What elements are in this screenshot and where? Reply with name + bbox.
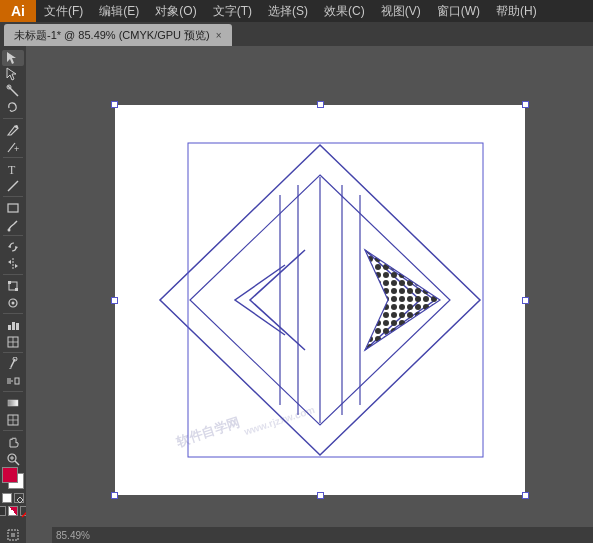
magic-wand-tool[interactable] <box>2 83 24 99</box>
left-toolbar: + T <box>0 46 26 543</box>
status-bar: 85.49% <box>52 527 593 543</box>
selection-tool[interactable] <box>2 50 24 66</box>
svg-marker-51 <box>365 250 440 350</box>
svg-line-7 <box>8 181 18 191</box>
color-box <box>2 467 24 516</box>
svg-rect-27 <box>7 378 11 384</box>
hand-tool[interactable] <box>2 434 24 450</box>
tab-bar: 未标题-1* @ 85.49% (CMYK/GPU 预览) × <box>0 22 593 46</box>
free-transform-tool[interactable] <box>2 278 24 294</box>
color-mode[interactable] <box>0 506 6 516</box>
handle-mid-left[interactable] <box>111 297 118 304</box>
menu-help[interactable]: 帮助(H) <box>488 0 545 22</box>
svg-point-17 <box>12 301 15 304</box>
swap-colors[interactable] <box>14 493 24 503</box>
menu-type[interactable]: 文字(T) <box>205 0 260 22</box>
paintbrush-tool[interactable] <box>2 217 24 233</box>
toolbar-divider-4 <box>3 235 23 236</box>
gradient-tool[interactable] <box>2 395 24 411</box>
handle-top-left[interactable] <box>111 101 118 108</box>
rotate-tool[interactable] <box>2 239 24 255</box>
svg-rect-14 <box>8 281 11 284</box>
svg-rect-20 <box>16 323 19 330</box>
handle-bottom-center[interactable] <box>317 492 324 499</box>
svg-marker-0 <box>7 52 16 64</box>
menu-edit[interactable]: 编辑(E) <box>91 0 147 22</box>
direct-selection-tool[interactable] <box>2 67 24 83</box>
svg-text:T: T <box>8 163 16 176</box>
document-tab[interactable]: 未标题-1* @ 85.49% (CMYK/GPU 预览) × <box>4 24 232 46</box>
svg-marker-25 <box>9 367 12 369</box>
line-tool[interactable] <box>2 178 24 194</box>
menu-bar: Ai 文件(F) 编辑(E) 对象(O) 文字(T) 选择(S) 效果(C) 视… <box>0 0 593 22</box>
handle-bottom-left[interactable] <box>111 492 118 499</box>
svg-rect-15 <box>15 288 18 291</box>
column-graph-tool[interactable] <box>2 317 24 333</box>
add-anchor-tool[interactable]: + <box>2 139 24 155</box>
ai-logo: Ai <box>0 0 36 22</box>
svg-rect-28 <box>15 378 19 384</box>
svg-marker-12 <box>15 264 18 268</box>
zoom-tool[interactable] <box>2 451 24 467</box>
canvas-background: 软件自学网 www.rjzxw.com <box>66 76 573 523</box>
toolbar-divider-7 <box>3 352 23 353</box>
artboard[interactable]: 软件自学网 www.rjzxw.com <box>115 105 525 495</box>
blend-tool[interactable] <box>2 373 24 389</box>
svg-text:+: + <box>14 144 19 154</box>
toolbar-divider-1 <box>3 118 23 119</box>
lasso-tool[interactable] <box>2 100 24 116</box>
toolbar-divider-5 <box>3 274 23 275</box>
gradient-swatch[interactable] <box>8 506 18 516</box>
toolbar-divider-3 <box>3 196 23 197</box>
handle-mid-right[interactable] <box>522 297 529 304</box>
type-tool[interactable]: T <box>2 161 24 177</box>
main-area: + T <box>0 46 593 543</box>
menu-file[interactable]: 文件(F) <box>36 0 91 22</box>
toolbar-divider-6 <box>3 313 23 314</box>
toolbar-divider-9 <box>3 430 23 431</box>
pen-tool[interactable] <box>2 122 24 138</box>
handle-bottom-right[interactable] <box>522 492 529 499</box>
tab-label: 未标题-1* @ 85.49% (CMYK/GPU 预览) <box>14 28 210 43</box>
svg-marker-1 <box>7 68 16 80</box>
svg-rect-19 <box>12 322 15 330</box>
svg-point-4 <box>15 125 18 128</box>
svg-rect-8 <box>8 204 18 212</box>
slice-tool[interactable] <box>2 334 24 350</box>
fill-color <box>2 467 18 483</box>
handle-top-center[interactable] <box>317 101 324 108</box>
eyedropper-tool[interactable] <box>2 356 24 372</box>
artboard-tool[interactable] <box>2 528 24 543</box>
svg-line-2 <box>8 86 18 96</box>
symbol-tool[interactable] <box>2 295 24 311</box>
menu-view[interactable]: 视图(V) <box>373 0 429 22</box>
svg-marker-11 <box>8 260 11 264</box>
svg-rect-41 <box>11 533 15 537</box>
svg-point-9 <box>8 228 11 231</box>
artwork-svg <box>150 135 490 465</box>
menu-effect[interactable]: 效果(C) <box>316 0 373 22</box>
menu-select[interactable]: 选择(S) <box>260 0 316 22</box>
svg-rect-30 <box>8 400 18 406</box>
menu-object[interactable]: 对象(O) <box>147 0 204 22</box>
rect-tool[interactable] <box>2 200 24 216</box>
canvas-area[interactable]: 软件自学网 www.rjzxw.com 85.49% <box>26 46 593 543</box>
default-colors[interactable] <box>2 493 12 503</box>
color-swatches[interactable] <box>2 467 24 489</box>
toolbar-divider-8 <box>3 391 23 392</box>
toolbar-divider-2 <box>3 157 23 158</box>
reflect-tool[interactable] <box>2 256 24 272</box>
menu-window[interactable]: 窗口(W) <box>429 0 488 22</box>
svg-rect-18 <box>8 325 11 330</box>
mesh-tool[interactable] <box>2 412 24 428</box>
status-text: 85.49% <box>56 530 90 541</box>
handle-top-right[interactable] <box>522 101 529 108</box>
svg-line-36 <box>15 461 19 465</box>
tab-close-button[interactable]: × <box>216 30 222 41</box>
